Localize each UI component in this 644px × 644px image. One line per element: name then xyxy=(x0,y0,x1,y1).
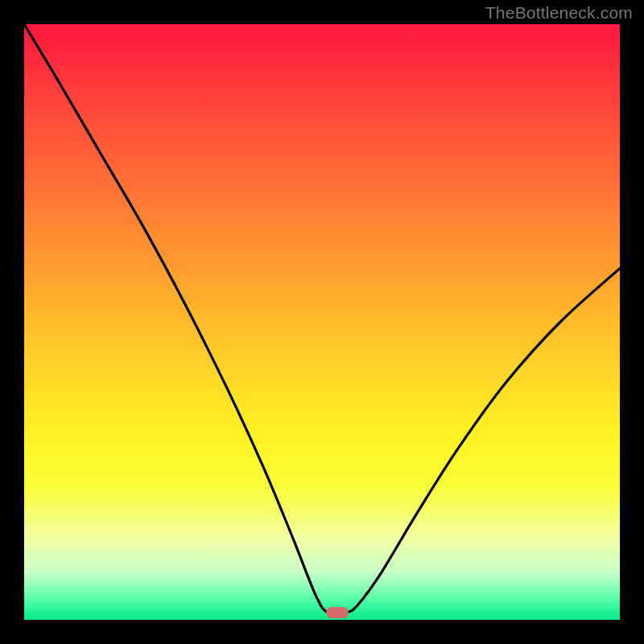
watermark-text: TheBottleneck.com xyxy=(485,3,633,23)
optimum-marker xyxy=(326,607,349,618)
plot-area xyxy=(24,24,620,620)
bottleneck-curve xyxy=(24,24,620,620)
chart-frame: TheBottleneck.com xyxy=(0,0,644,644)
